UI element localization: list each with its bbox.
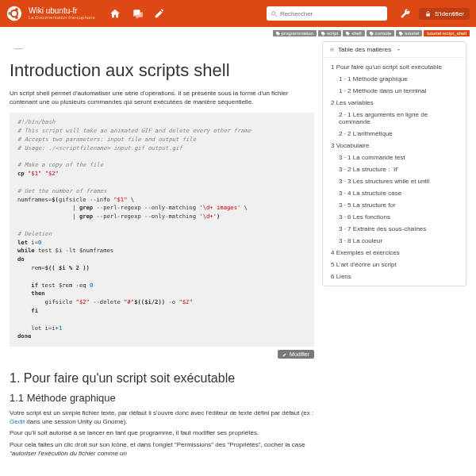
tag-link[interactable]: tutoriel (396, 30, 422, 36)
toc-body: 1 Pour faire qu'un script soit exécutabl… (323, 58, 466, 286)
svg-rect-6 (426, 13, 430, 16)
wrench-icon[interactable] (400, 8, 411, 19)
top-header: Wiki ubuntu-fr La Documentation francoph… (0, 0, 476, 27)
svg-point-2 (8, 12, 11, 15)
edit-row: Modifier (10, 350, 314, 359)
gedit-link[interactable]: Gedit (10, 418, 25, 425)
toc-item[interactable]: 2 · 2 L'arithmétique (324, 128, 464, 140)
toc-header[interactable]: Table des matières (323, 42, 466, 58)
tag-icon (276, 32, 280, 36)
page-title: Introduction aux scripts shell (10, 60, 314, 81)
tag-icon (346, 32, 350, 36)
edit-icon[interactable] (154, 8, 165, 19)
page-dash: — (14, 43, 314, 52)
svg-point-5 (271, 11, 275, 15)
signin-label: S'identifier (435, 10, 464, 17)
toc-item[interactable]: 2 Les variables (324, 97, 464, 109)
subsection-heading: 1.1 Méthode graphique (10, 392, 314, 404)
paragraph: Votre script est un simple fichier texte… (10, 409, 314, 426)
list-icon (329, 47, 335, 52)
toc-item[interactable]: 3 · 3 Les structures while et until (324, 175, 464, 187)
tag-link[interactable]: script (318, 30, 341, 36)
lock-icon (424, 10, 432, 17)
tag-current: tutoriel:script_shell (424, 30, 470, 36)
tag-link[interactable]: console (367, 30, 395, 36)
toc-item[interactable]: 4 Exemples et exercices (324, 247, 464, 259)
toc-item[interactable]: 1 · 1 Méthode graphique (324, 73, 464, 85)
toc-item[interactable]: 2 · 1 Les arguments en ligne de commande (324, 109, 464, 128)
svg-point-3 (15, 8, 18, 11)
site-title: Wiki ubuntu-fr (29, 7, 95, 15)
toc-item[interactable]: 3 · 5 La structure for (324, 199, 464, 211)
toc-item[interactable]: 1 Pour faire qu'un script soit exécutabl… (324, 61, 464, 73)
tag-icon (399, 32, 403, 36)
tag-icon (321, 32, 325, 36)
toc-item[interactable]: 6 Liens (324, 271, 464, 282)
toc-item[interactable]: 3 · 8 La couleur (324, 235, 464, 247)
toc-item[interactable]: 3 · 6 Les fonctions (324, 211, 464, 223)
header-right: S'identifier (400, 8, 470, 20)
toc-item[interactable]: 3 Vocabulaire (324, 140, 464, 152)
toc-item[interactable]: 3 · 4 La structure case (324, 187, 464, 199)
toc-item[interactable]: 3 · 2 La structure : `if` (324, 163, 464, 175)
article-content: — Introduction aux scripts shell Un scri… (10, 41, 314, 460)
tag-link[interactable]: shell (343, 30, 364, 36)
home-icon[interactable] (109, 8, 121, 19)
edit-button[interactable]: Modifier (278, 350, 314, 359)
site-subtitle: La Documentation francophone (29, 15, 95, 20)
search-input[interactable] (280, 10, 383, 17)
paragraph: Pour qu'il soit autorisé à se lancer en … (10, 428, 314, 437)
svg-point-4 (15, 16, 18, 19)
ubuntu-logo-icon (6, 6, 22, 21)
code-block: #!/bin/bash # This script will take an a… (10, 113, 314, 347)
pencil-icon (282, 352, 287, 357)
toc-item[interactable]: 5 L'art d'écrire un script (324, 259, 464, 271)
site-branding[interactable]: Wiki ubuntu-fr La Documentation francoph… (29, 7, 95, 20)
paragraph: Pour cela faites un clic droit sur son i… (10, 440, 314, 458)
table-of-contents: Table des matières 1 Pour faire qu'un sc… (322, 41, 466, 286)
header-nav (109, 8, 165, 19)
toc-title: Table des matières (338, 46, 391, 53)
section-heading: 1. Pour faire qu'un script soit exécutab… (10, 371, 314, 386)
tag-icon (370, 32, 374, 36)
tag-link[interactable]: programmation (273, 30, 317, 36)
toc-item[interactable]: 3 · 1 La commande test (324, 152, 464, 163)
toc-item[interactable]: 1 · 2 Méthode dans un terminal (324, 85, 464, 97)
intro-paragraph: Un script shell permet d'automatiser une… (10, 89, 314, 106)
toc-item[interactable]: 3 · 7 Extraire des sous-chaînes (324, 223, 464, 235)
search-icon (271, 10, 278, 17)
signin-button[interactable]: S'identifier (419, 8, 470, 20)
main-area: — Introduction aux scripts shell Un scri… (0, 40, 476, 466)
chevron-down-icon (396, 47, 401, 52)
search-box[interactable] (267, 6, 387, 21)
chat-icon[interactable] (132, 8, 143, 19)
tag-bar: programmation script shell console tutor… (0, 27, 476, 40)
